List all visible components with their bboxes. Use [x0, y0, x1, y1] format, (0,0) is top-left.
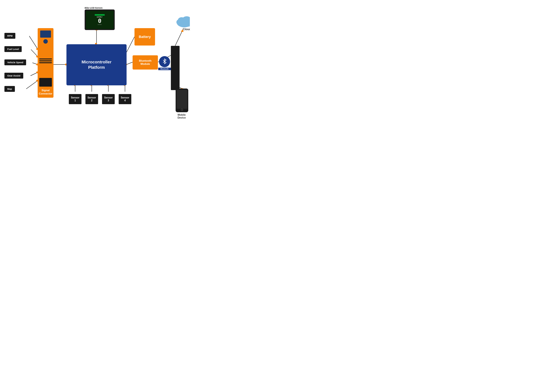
- sensor-2: Sensor2: [85, 94, 98, 104]
- mobile-label: MobileDevice: [174, 114, 190, 119]
- mobile-home-button: [181, 109, 183, 111]
- mobile-screen: [176, 90, 187, 109]
- svg-line-14: [175, 32, 182, 46]
- connector-bottom: [39, 78, 52, 87]
- svg-point-25: [176, 19, 183, 25]
- microcontroller-label: MicrocontrollerPlatform: [81, 59, 111, 70]
- bluetooth-text: Bluetooth: [158, 68, 171, 70]
- input-speed: Vehicle Speed: [4, 59, 26, 65]
- lcd-bottom-text: 000000: [98, 24, 102, 25]
- input-gear: Gear Assist: [4, 73, 23, 78]
- stripe-2: [39, 60, 52, 61]
- battery-box: Battery: [134, 28, 155, 45]
- svg-line-1: [31, 50, 38, 57]
- connector-dot-display: [43, 39, 48, 44]
- svg-line-18: [127, 37, 134, 52]
- cloud-svg: [172, 12, 190, 29]
- input-fuel: Fuel Level: [4, 46, 22, 52]
- bike-lcd: ▓▓▓▓▓▓▓▓▓▓▓▓▓ 1234/ 0 000000: [85, 9, 115, 30]
- svg-line-6: [127, 62, 132, 64]
- svg-line-4: [26, 81, 38, 89]
- bike-lcd-screen: ▓▓▓▓▓▓▓▓▓▓▓▓▓ 1234/ 0 000000: [86, 11, 114, 29]
- sensor-1: Sensor1: [69, 94, 81, 104]
- right-connector-box: [171, 46, 180, 90]
- bluetooth-module: BluetoothModule: [132, 55, 158, 70]
- signal-connector-label: SignalConnector: [39, 89, 52, 95]
- sensor-3: Sensor3: [102, 94, 115, 104]
- cloud-label: Cloud: [183, 28, 190, 31]
- cloud-container: [172, 12, 190, 30]
- connector-stripe-area: [39, 45, 52, 76]
- battery-label: Battery: [139, 35, 151, 39]
- diagram: RPM Fuel Level Vehicle Speed Gear Assist…: [0, 0, 190, 134]
- lcd-content: ▓▓▓▓▓▓▓▓▓▓▓▓▓ 1234/ 0 000000: [95, 14, 105, 25]
- lcd-big-number: 0: [98, 18, 102, 24]
- input-map: Map: [4, 86, 15, 92]
- lcd-top-text: ▓▓▓▓▓▓▓▓▓▓▓▓▓: [95, 14, 105, 16]
- stripe-1: [39, 58, 52, 59]
- mobile-device: [175, 88, 188, 112]
- input-rpm: RPM: [4, 33, 15, 39]
- connector-screen: [40, 30, 51, 38]
- bike-lcd-label: Bike LCD Screen: [85, 7, 102, 9]
- stripe-3: [39, 62, 52, 63]
- sensor-4: Sensor4: [119, 94, 131, 104]
- microcontroller: MicrocontrollerPlatform: [66, 44, 127, 85]
- svg-line-0: [29, 36, 38, 49]
- signal-connector: SignalConnector: [38, 28, 53, 98]
- bluetooth-icon: [159, 56, 170, 67]
- bluetooth-symbol-svg: [162, 58, 167, 65]
- bluetooth-module-label: BluetoothModule: [139, 59, 151, 66]
